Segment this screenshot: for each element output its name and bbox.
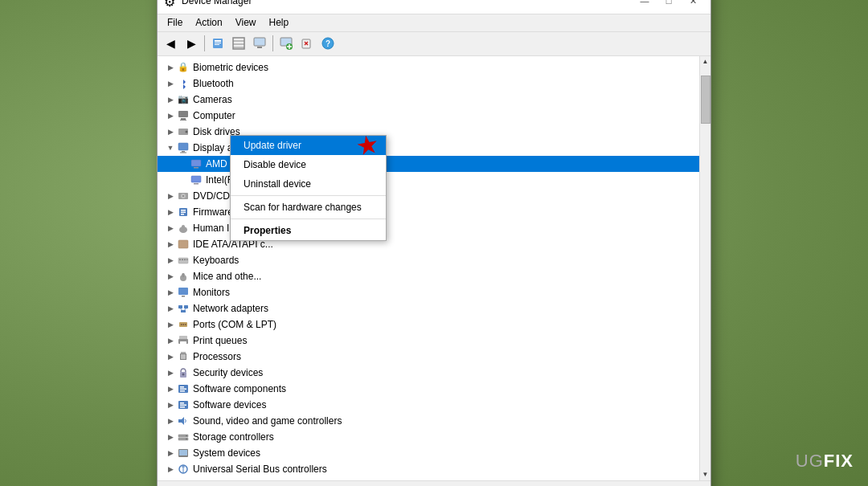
svg-rect-51 <box>178 305 182 308</box>
label-software-dev: Software devices <box>193 399 266 410</box>
toolbar-help[interactable]: ? <box>318 34 338 53</box>
icon-bluetooth <box>177 77 190 90</box>
svg-rect-19 <box>178 111 188 117</box>
tree-panel[interactable]: ▶ 🔒 Biometric devices ▶ Bluetooth ▶ 📷 Ca… <box>158 56 699 480</box>
svg-rect-42 <box>179 259 181 260</box>
scroll-track[interactable] <box>700 67 711 469</box>
icon-cameras: 📷 <box>177 93 190 106</box>
icon-amd <box>190 157 203 170</box>
tree-item-software-dev[interactable]: ▶ Software devices <box>158 397 699 413</box>
ctx-separator <box>231 195 386 196</box>
svg-rect-77 <box>180 406 185 408</box>
svg-text:?: ? <box>326 39 330 48</box>
tree-item-usb[interactable]: ▶ Universal Serial Bus controllers <box>158 461 699 477</box>
svg-rect-50 <box>182 296 185 297</box>
svg-rect-45 <box>186 259 188 260</box>
watermark-prefix: UG <box>796 451 824 471</box>
tree-item-processors[interactable]: ▶ Processors <box>158 349 699 365</box>
svg-rect-37 <box>181 214 184 215</box>
title-controls: — □ ✕ <box>633 0 704 10</box>
tree-item-biometric[interactable]: ▶ 🔒 Biometric devices <box>158 59 699 76</box>
tree-item-security[interactable]: ▶ Security devices <box>158 365 699 381</box>
tree-item-monitors[interactable]: ▶ Monitors <box>158 284 699 300</box>
scroll-thumb[interactable] <box>701 76 710 124</box>
svg-rect-30 <box>194 183 199 185</box>
watermark: UGFIX <box>796 451 854 472</box>
tree-item-storage[interactable]: ▶ Storage controllers <box>158 429 699 445</box>
menu-help[interactable]: Help <box>263 15 296 30</box>
icon-ide <box>177 238 190 251</box>
tree-item-cameras[interactable]: ▶ 📷 Cameras <box>158 92 699 108</box>
label-biometric: Biometric devices <box>193 62 268 73</box>
toolbar-scan[interactable] <box>229 34 248 53</box>
tree-item-network[interactable]: ▶ Network adapters <box>158 300 699 317</box>
label-firmware: Firmware <box>193 206 233 218</box>
tree-item-software-comp[interactable]: ▶ Software components <box>158 381 699 397</box>
menu-file[interactable]: File <box>161 15 189 30</box>
label-bluetooth: Bluetooth <box>193 78 234 89</box>
svg-point-23 <box>186 130 188 133</box>
ctx-uninstall-device[interactable]: Uninstall device <box>231 174 386 194</box>
tree-item-computer[interactable]: ▶ Computer <box>158 108 699 124</box>
label-usb: Universal Serial Bus controllers <box>193 464 327 475</box>
tree-item-bluetooth[interactable]: ▶ Bluetooth <box>158 76 699 92</box>
label-keyboard: Keyboards <box>193 255 239 266</box>
toolbar-forward[interactable]: ▶ <box>182 34 201 53</box>
svg-rect-29 <box>191 176 201 182</box>
expander-display: ▼ <box>164 141 177 154</box>
icon-hid <box>177 222 190 235</box>
maximize-button[interactable]: □ <box>657 0 680 10</box>
watermark-suffix: FIX <box>824 451 854 471</box>
label-computer: Computer <box>193 110 235 121</box>
ctx-properties[interactable]: Properties <box>231 221 386 240</box>
label-print: Print queues <box>193 335 247 346</box>
toolbar: ◀ ▶ ? <box>158 32 710 56</box>
expander-biometric: ▶ <box>164 61 177 74</box>
toolbar-remove[interactable] <box>297 34 317 53</box>
menu-view[interactable]: View <box>229 15 263 30</box>
expander-sound: ▶ <box>164 415 177 427</box>
icon-system <box>177 447 190 459</box>
label-storage: Storage controllers <box>193 431 274 443</box>
expander-usb: ▶ <box>164 463 177 476</box>
svg-rect-9 <box>257 47 262 48</box>
minimize-button[interactable]: — <box>633 0 656 10</box>
tree-item-mice[interactable]: ▶ Mice and othe... <box>158 268 699 284</box>
toolbar-back[interactable]: ◀ <box>161 34 180 53</box>
window-title: Device Manager <box>182 0 252 6</box>
toolbar-monitor[interactable] <box>250 34 269 53</box>
tree-item-print[interactable]: ▶ Print queues <box>158 333 699 349</box>
svg-point-82 <box>186 438 187 439</box>
svg-rect-36 <box>181 211 186 213</box>
label-security: Security devices <box>193 367 263 378</box>
icon-display <box>177 141 190 154</box>
scroll-up-button[interactable]: ▲ <box>700 56 711 67</box>
svg-rect-72 <box>180 388 186 390</box>
svg-rect-78 <box>178 419 182 423</box>
icon-print <box>177 334 190 347</box>
expander-intel <box>177 174 190 186</box>
toolbar-add[interactable] <box>276 34 296 53</box>
menu-action[interactable]: Action <box>189 15 228 30</box>
tree-item-ports[interactable]: ▶ Ports (COM & LPT) <box>158 317 699 333</box>
svg-rect-39 <box>182 225 185 229</box>
tree-item-system[interactable]: ▶ System devices <box>158 445 699 461</box>
device-manager-window: ⚙ Device Manager — □ ✕ File Action View … <box>157 0 711 486</box>
close-button[interactable]: ✕ <box>682 0 704 10</box>
ctx-scan-hardware[interactable]: Scan for hardware changes <box>231 198 386 217</box>
icon-firmware <box>177 206 190 218</box>
toolbar-properties[interactable] <box>208 34 227 53</box>
expander-bluetooth: ▶ <box>164 77 177 90</box>
svg-rect-64 <box>181 354 186 359</box>
svg-rect-8 <box>254 38 265 46</box>
tree-item-keyboard[interactable]: ▶ Keyboards <box>158 252 699 268</box>
menu-bar: File Action View Help <box>158 14 710 32</box>
scrollbar[interactable]: ▲ ▼ <box>699 56 710 480</box>
expander-software-comp: ▶ <box>164 382 177 395</box>
svg-rect-24 <box>178 143 188 150</box>
scroll-down-button[interactable]: ▼ <box>700 469 711 480</box>
tree-item-sound[interactable]: ▶ Sound, video and game controllers <box>158 413 699 429</box>
icon-intel <box>190 174 203 186</box>
expander-amd <box>177 157 190 170</box>
label-processors: Processors <box>193 351 241 362</box>
